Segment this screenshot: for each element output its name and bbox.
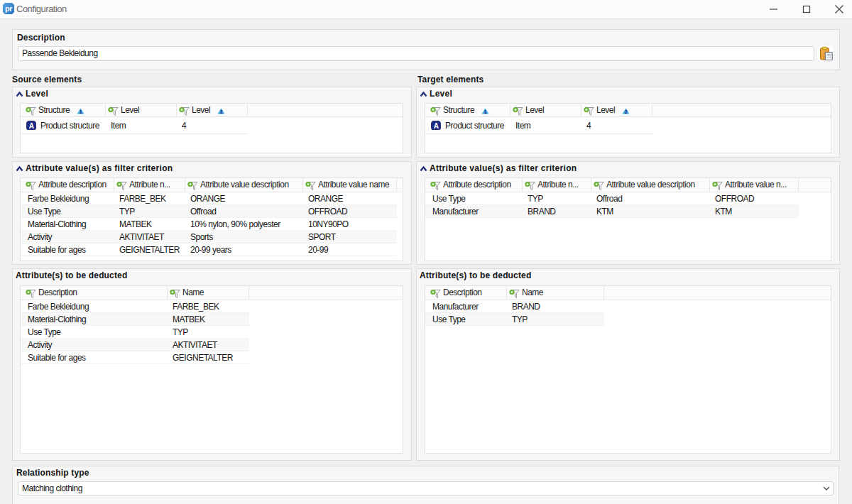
- svg-text:A: A: [29, 122, 34, 130]
- svg-text:pr: pr: [5, 4, 13, 13]
- svg-text:A: A: [434, 122, 439, 130]
- svg-text:2: 2: [220, 109, 223, 114]
- svg-text:2: 2: [625, 109, 628, 114]
- svg-text:1: 1: [80, 109, 82, 114]
- svg-text:1: 1: [484, 109, 487, 114]
